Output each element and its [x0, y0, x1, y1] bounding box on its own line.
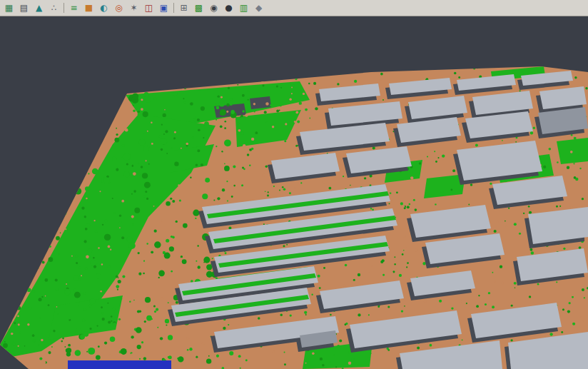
camera-icon[interactable]: ◉: [207, 1, 220, 15]
stack-icon[interactable]: ≡: [67, 1, 81, 15]
pointcloud-render: [0, 16, 588, 369]
viewport-3d[interactable]: [0, 16, 588, 369]
toolbar-separator: [64, 3, 64, 13]
measure-icon[interactable]: ◫: [142, 1, 156, 15]
grid-icon[interactable]: ⊞: [177, 1, 191, 15]
table-icon[interactable]: ▥: [237, 1, 250, 15]
globe-icon[interactable]: ◐: [97, 1, 111, 15]
toolbar: ▦▤▲∴≡■◐◎✶◫▣⊞▩◉●▥◆: [0, 0, 588, 16]
settings-icon[interactable]: ✶: [127, 1, 141, 15]
select-icon[interactable]: ▣: [157, 1, 171, 15]
classify-icon[interactable]: ▩: [192, 1, 206, 15]
application-window: ▦▤▲∴≡■◐◎✶◫▣⊞▩◉●▥◆: [0, 0, 588, 369]
blue-region: [68, 360, 171, 369]
points-icon[interactable]: ∴: [47, 1, 61, 15]
box-icon[interactable]: ■: [82, 1, 96, 15]
target-icon[interactable]: ◎: [112, 1, 126, 15]
toolbar-separator: [173, 3, 174, 13]
vegetation-patch: [0, 201, 41, 273]
terrain-icon[interactable]: ▲: [32, 1, 46, 15]
map-icon[interactable]: ▦: [2, 1, 16, 15]
chart-icon[interactable]: ◆: [252, 1, 265, 15]
sphere-icon[interactable]: ●: [222, 1, 235, 15]
layers-icon[interactable]: ▤: [17, 1, 31, 15]
